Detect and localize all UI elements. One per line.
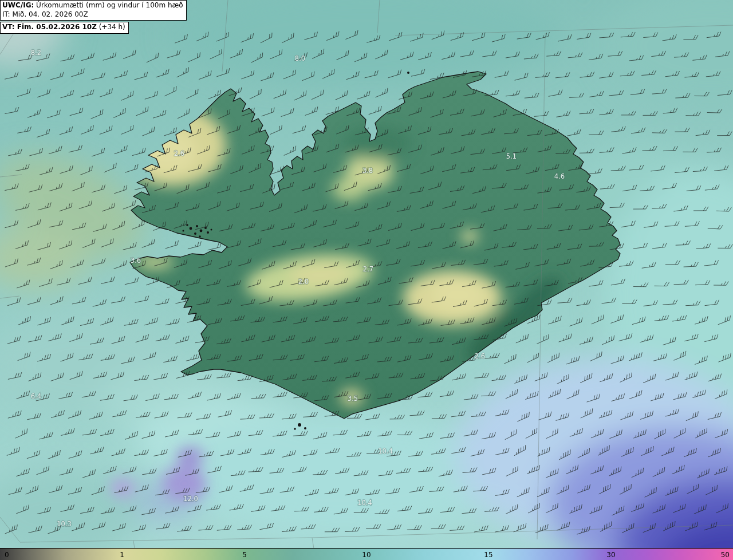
map-header: UWC/IG: Úrkomumætti (mm) og vindur í 100…	[0, 0, 187, 34]
valid-time-box: VT: Fim. 05.02.2026 10Z (+34 h)	[0, 22, 129, 34]
map-title-line: UWC/IG: Úrkomumætti (mm) og vindur í 100…	[2, 1, 183, 10]
colorbar-tick: 1	[120, 551, 124, 559]
colorbar-tick: 30	[606, 551, 615, 559]
contour-label: 5.1	[506, 152, 517, 160]
valid-time: VT: Fim. 05.02.2026 10Z	[2, 23, 97, 31]
contour-label: 2.6	[475, 352, 485, 360]
contour-label: 10.3	[57, 520, 72, 528]
contour-label: 8.0	[295, 54, 305, 62]
contour-label: 2.7	[363, 265, 373, 273]
contour-label: 10.4	[357, 499, 372, 507]
colorbar-tick: 15	[484, 551, 492, 559]
colorbar-tick: 50	[721, 551, 730, 559]
contour-label: 8.2	[31, 49, 41, 57]
colorbar-tick: 5	[242, 551, 247, 559]
weather-map: 8.28.02.63.85.14.63.62.72.02.63.56.410.4…	[0, 0, 733, 560]
contour-label: 3.8	[362, 167, 373, 175]
valid-time-offset: (+34 h)	[97, 23, 125, 31]
contour-label: 6.4	[31, 392, 41, 400]
colorbar-tick: 0	[5, 551, 9, 559]
contour-label: 12.0	[183, 495, 198, 503]
contour-label: 3.5	[348, 395, 358, 403]
weather-map-stage: 8.28.02.63.85.14.63.62.72.02.63.56.410.4…	[0, 0, 733, 560]
contour-label: 2.0	[298, 278, 309, 286]
contour-label: 3.6	[131, 257, 141, 265]
contour-label: 2.6	[174, 149, 184, 157]
contour-label: 10.4	[378, 447, 393, 455]
contour-label: 4.6	[554, 172, 565, 180]
colorbar-tick: 10	[362, 551, 371, 559]
init-time: IT: Mið. 04. 02. 2026 00Z	[2, 10, 183, 19]
model-label: UWC/IG:	[2, 1, 34, 9]
map-title-box: UWC/IG: Úrkomumætti (mm) og vindur í 100…	[0, 0, 187, 21]
map-title: Úrkomumætti (mm) og vindur í 100m hæð	[34, 1, 183, 9]
